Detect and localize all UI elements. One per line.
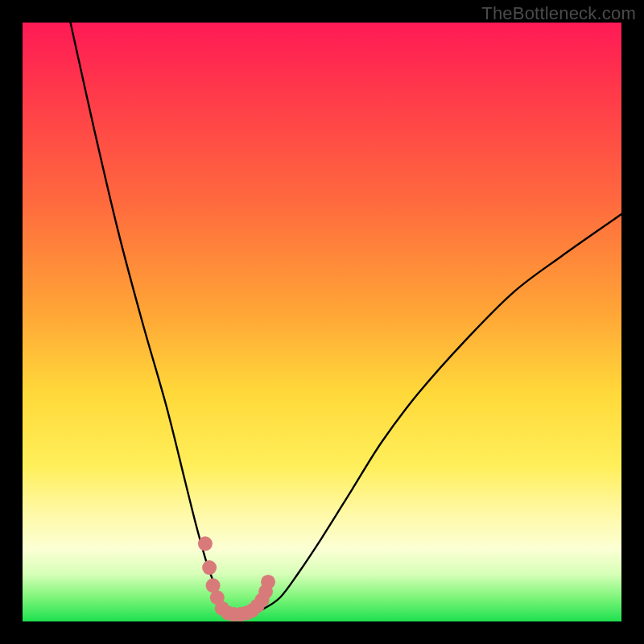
valley-dot: [198, 536, 213, 551]
bottleneck-curve: [71, 23, 621, 616]
valley-dot: [261, 575, 275, 589]
curve-layer: [23, 23, 621, 621]
plot-area: [23, 23, 621, 621]
attribution-text: TheBottleneck.com: [481, 3, 636, 24]
valley-markers: [198, 536, 275, 621]
valley-dot: [202, 560, 217, 575]
frame: TheBottleneck.com: [0, 0, 644, 644]
